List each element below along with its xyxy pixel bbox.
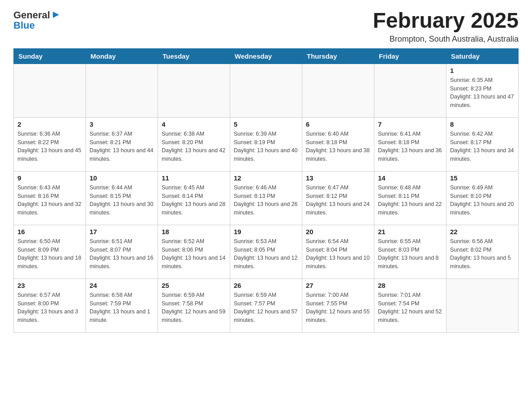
day-number: 2 <box>17 120 82 128</box>
calendar-cell: 1Sunrise: 6:35 AMSunset: 8:23 PMDaylight… <box>446 64 519 117</box>
day-info: Sunrise: 6:44 AMSunset: 8:15 PMDaylight:… <box>90 184 154 217</box>
day-info: Sunrise: 6:45 AMSunset: 8:14 PMDaylight:… <box>162 184 226 217</box>
calendar-cell: 8Sunrise: 6:42 AMSunset: 8:17 PMDaylight… <box>446 117 519 171</box>
day-number: 19 <box>234 228 298 235</box>
day-number: 3 <box>90 120 154 128</box>
weekday-header-thursday: Thursday <box>302 48 374 64</box>
calendar-cell: 3Sunrise: 6:37 AMSunset: 8:21 PMDaylight… <box>86 117 158 171</box>
day-info: Sunrise: 6:41 AMSunset: 8:18 PMDaylight:… <box>378 130 442 163</box>
day-info: Sunrise: 6:59 AMSunset: 7:58 PMDaylight:… <box>162 291 226 325</box>
day-info: Sunrise: 6:42 AMSunset: 8:17 PMDaylight:… <box>450 130 515 163</box>
calendar-cell: 11Sunrise: 6:45 AMSunset: 8:14 PMDayligh… <box>158 171 230 225</box>
calendar-cell: 17Sunrise: 6:51 AMSunset: 8:07 PMDayligh… <box>86 225 158 278</box>
calendar-cell <box>14 64 86 117</box>
day-number: 25 <box>162 282 226 289</box>
day-info: Sunrise: 6:56 AMSunset: 8:02 PMDaylight:… <box>450 237 515 271</box>
page-header: General Blue February 2025 Brompton, Sou… <box>13 9 519 44</box>
day-number: 11 <box>162 174 226 182</box>
day-info: Sunrise: 6:36 AMSunset: 8:22 PMDaylight:… <box>17 130 82 163</box>
calendar-cell: 25Sunrise: 6:59 AMSunset: 7:58 PMDayligh… <box>158 278 230 332</box>
weekday-header-monday: Monday <box>86 48 158 64</box>
calendar-cell: 12Sunrise: 6:46 AMSunset: 8:13 PMDayligh… <box>230 171 302 225</box>
day-info: Sunrise: 6:51 AMSunset: 8:07 PMDaylight:… <box>90 237 154 271</box>
day-info: Sunrise: 6:47 AMSunset: 8:12 PMDaylight:… <box>306 184 370 217</box>
calendar-cell: 14Sunrise: 6:48 AMSunset: 8:11 PMDayligh… <box>374 171 446 225</box>
title-block: February 2025 Brompton, South Australia,… <box>373 9 519 44</box>
day-info: Sunrise: 6:50 AMSunset: 8:09 PMDaylight:… <box>17 237 82 271</box>
day-info: Sunrise: 6:38 AMSunset: 8:20 PMDaylight:… <box>162 130 226 163</box>
calendar-table: SundayMondayTuesdayWednesdayThursdayFrid… <box>13 48 519 333</box>
calendar-week-row: 1Sunrise: 6:35 AMSunset: 8:23 PMDaylight… <box>14 64 519 117</box>
calendar-cell: 13Sunrise: 6:47 AMSunset: 8:12 PMDayligh… <box>302 171 374 225</box>
day-info: Sunrise: 6:53 AMSunset: 8:05 PMDaylight:… <box>234 237 298 271</box>
calendar-week-row: 9Sunrise: 6:43 AMSunset: 8:16 PMDaylight… <box>14 171 519 225</box>
day-info: Sunrise: 6:35 AMSunset: 8:23 PMDaylight:… <box>450 76 515 110</box>
day-number: 18 <box>162 228 226 235</box>
weekday-header-wednesday: Wednesday <box>230 48 302 64</box>
day-number: 28 <box>378 282 442 289</box>
calendar-header-row: SundayMondayTuesdayWednesdayThursdayFrid… <box>14 48 519 64</box>
day-number: 8 <box>450 120 515 128</box>
weekday-header-saturday: Saturday <box>446 48 519 64</box>
day-info: Sunrise: 6:37 AMSunset: 8:21 PMDaylight:… <box>90 130 154 163</box>
weekday-header-friday: Friday <box>374 48 446 64</box>
day-info: Sunrise: 6:43 AMSunset: 8:16 PMDaylight:… <box>17 184 82 217</box>
month-title: February 2025 <box>373 9 519 33</box>
day-info: Sunrise: 6:58 AMSunset: 7:59 PMDaylight:… <box>90 291 154 325</box>
calendar-cell: 28Sunrise: 7:01 AMSunset: 7:54 PMDayligh… <box>374 278 446 332</box>
calendar-cell <box>374 64 446 117</box>
day-number: 21 <box>378 228 442 235</box>
calendar-cell: 26Sunrise: 6:59 AMSunset: 7:57 PMDayligh… <box>230 278 302 332</box>
day-number: 14 <box>378 174 442 182</box>
calendar-cell: 6Sunrise: 6:40 AMSunset: 8:18 PMDaylight… <box>302 117 374 171</box>
day-info: Sunrise: 6:54 AMSunset: 8:04 PMDaylight:… <box>306 237 370 271</box>
calendar-cell <box>446 278 519 332</box>
calendar-cell: 2Sunrise: 6:36 AMSunset: 8:22 PMDaylight… <box>14 117 86 171</box>
calendar-cell <box>158 64 230 117</box>
day-info: Sunrise: 7:01 AMSunset: 7:54 PMDaylight:… <box>378 291 442 325</box>
calendar-cell: 22Sunrise: 6:56 AMSunset: 8:02 PMDayligh… <box>446 225 519 278</box>
day-info: Sunrise: 6:55 AMSunset: 8:03 PMDaylight:… <box>378 237 442 271</box>
calendar-cell: 16Sunrise: 6:50 AMSunset: 8:09 PMDayligh… <box>14 225 86 278</box>
day-number: 4 <box>162 120 226 128</box>
day-number: 13 <box>306 174 370 182</box>
day-number: 27 <box>306 282 370 289</box>
calendar-cell: 19Sunrise: 6:53 AMSunset: 8:05 PMDayligh… <box>230 225 302 278</box>
calendar-cell <box>230 64 302 117</box>
calendar-cell: 15Sunrise: 6:49 AMSunset: 8:10 PMDayligh… <box>446 171 519 225</box>
day-info: Sunrise: 6:39 AMSunset: 8:19 PMDaylight:… <box>234 130 298 163</box>
day-info: Sunrise: 6:49 AMSunset: 8:10 PMDaylight:… <box>450 184 515 217</box>
logo-blue-text: Blue <box>13 20 35 31</box>
calendar-week-row: 16Sunrise: 6:50 AMSunset: 8:09 PMDayligh… <box>14 225 519 278</box>
day-number: 17 <box>90 228 154 235</box>
calendar-week-row: 23Sunrise: 6:57 AMSunset: 8:00 PMDayligh… <box>14 278 519 332</box>
day-info: Sunrise: 6:59 AMSunset: 7:57 PMDaylight:… <box>234 291 298 325</box>
day-info: Sunrise: 6:46 AMSunset: 8:13 PMDaylight:… <box>234 184 298 217</box>
calendar-cell: 5Sunrise: 6:39 AMSunset: 8:19 PMDaylight… <box>230 117 302 171</box>
location-subtitle: Brompton, South Australia, Australia <box>373 34 519 44</box>
day-number: 12 <box>234 174 298 182</box>
calendar-cell: 23Sunrise: 6:57 AMSunset: 8:00 PMDayligh… <box>14 278 86 332</box>
day-number: 1 <box>450 67 515 74</box>
weekday-header-sunday: Sunday <box>14 48 86 64</box>
day-number: 23 <box>17 282 82 289</box>
day-number: 20 <box>306 228 370 235</box>
calendar-cell: 7Sunrise: 6:41 AMSunset: 8:18 PMDaylight… <box>374 117 446 171</box>
day-number: 7 <box>378 120 442 128</box>
calendar-cell: 27Sunrise: 7:00 AMSunset: 7:55 PMDayligh… <box>302 278 374 332</box>
day-number: 15 <box>450 174 515 182</box>
calendar-cell <box>302 64 374 117</box>
logo: General Blue <box>13 9 61 31</box>
day-number: 26 <box>234 282 298 289</box>
calendar-cell <box>86 64 158 117</box>
day-info: Sunrise: 7:00 AMSunset: 7:55 PMDaylight:… <box>306 291 370 325</box>
day-info: Sunrise: 6:40 AMSunset: 8:18 PMDaylight:… <box>306 130 370 163</box>
calendar-cell: 9Sunrise: 6:43 AMSunset: 8:16 PMDaylight… <box>14 171 86 225</box>
day-info: Sunrise: 6:52 AMSunset: 8:06 PMDaylight:… <box>162 237 226 271</box>
day-number: 9 <box>17 174 82 182</box>
day-number: 24 <box>90 282 154 289</box>
logo-arrow-icon <box>51 10 61 20</box>
calendar-week-row: 2Sunrise: 6:36 AMSunset: 8:22 PMDaylight… <box>14 117 519 171</box>
day-number: 22 <box>450 228 515 235</box>
calendar-cell: 18Sunrise: 6:52 AMSunset: 8:06 PMDayligh… <box>158 225 230 278</box>
